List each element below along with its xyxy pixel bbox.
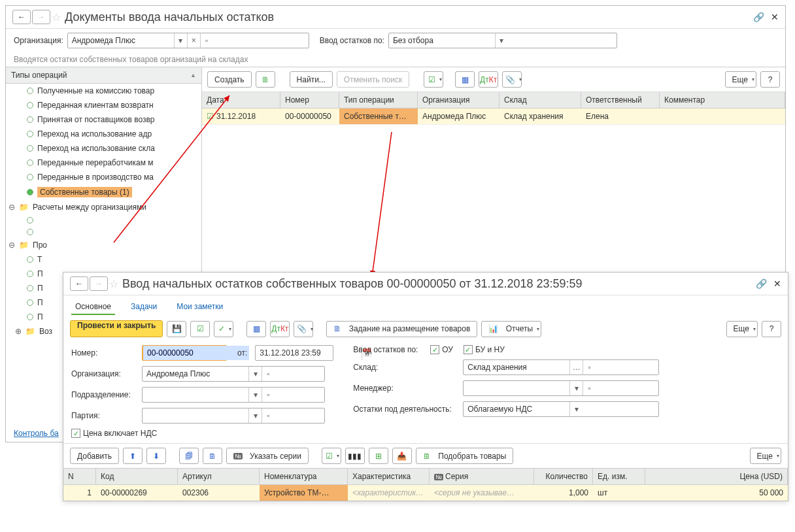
fill-button[interactable]: ☑▾ [322, 448, 341, 453]
open-icon[interactable]: ▫ [583, 381, 596, 395]
mgr-input[interactable] [464, 381, 569, 395]
create-button[interactable]: Создать [207, 71, 252, 88]
save-button[interactable]: 💾 [167, 321, 186, 337]
toolbar: Создать 🗎 Найти... Отменить поиск ☑▾ ▦ Д… [202, 67, 785, 92]
task-button[interactable]: 🗎 Задание на размещение товаров [326, 321, 477, 337]
wh-input[interactable] [464, 360, 569, 374]
org-input[interactable] [68, 33, 174, 48]
date-field[interactable]: 📅 [255, 345, 333, 361]
filter-bar: Организация: ▾ × ▫ Ввод остатков по: ▾ [6, 29, 785, 52]
filter-input[interactable] [389, 33, 495, 48]
post-button[interactable]: ☑ [190, 321, 210, 337]
tab-notes[interactable]: Мои заметки [173, 299, 227, 315]
more-button[interactable]: Еще▾ [726, 321, 758, 337]
party-label: Партия: [71, 411, 137, 420]
dropdown-icon[interactable]: ▾ [248, 408, 262, 423]
folder-icon: 📁 [25, 327, 35, 336]
nav-back-button[interactable]: ← [70, 276, 88, 291]
link-icon[interactable]: 🔗 [753, 12, 764, 22]
folder-icon: 📁 [19, 203, 29, 212]
cancel-search-button[interactable]: Отменить поиск [337, 71, 409, 88]
select-icon[interactable]: … [569, 360, 583, 374]
barcode-button[interactable]: ▮▮▮ [345, 448, 365, 453]
more-button[interactable]: Еще▾ [725, 71, 756, 88]
move-down-button[interactable]: ⬇ [146, 448, 166, 453]
dept-field[interactable]: ▾▫ [142, 387, 325, 403]
detail-title: Ввод начальных остатков собственных това… [122, 277, 583, 291]
from-label: от: [237, 348, 247, 357]
detail-titlebar: ← → ☆ Ввод начальных остатков собственны… [63, 273, 788, 295]
folder-icon: 📁 [19, 241, 29, 250]
dropdown-icon[interactable]: ▾ [569, 402, 583, 416]
org-open-icon[interactable]: ▫ [200, 33, 213, 48]
org-field[interactable]: ▾▫ [142, 366, 325, 382]
tree-sort-icon[interactable]: ▲ [190, 72, 196, 78]
tabs: Основное Задачи Мои заметки [63, 295, 788, 315]
filter-field[interactable]: ▾ [388, 33, 617, 48]
dropdown-icon[interactable]: ▾ [569, 381, 583, 395]
series-button[interactable]: № Указать серии [226, 448, 309, 453]
table-row[interactable]: ☑31.12.2018 00-00000050 Собственные т… А… [202, 108, 785, 125]
control-link[interactable]: Контроль ба [6, 425, 67, 442]
find-button[interactable]: Найти... [290, 71, 333, 88]
org-field[interactable]: ▾ × ▫ [67, 33, 309, 48]
number-field[interactable] [142, 345, 227, 361]
form-button[interactable]: ▦ [455, 71, 475, 88]
approve-button[interactable]: ✓▾ [214, 321, 233, 337]
org-dropdown-icon[interactable]: ▾ [174, 33, 187, 48]
dept-input[interactable] [143, 388, 248, 402]
expand-button[interactable]: ⊞ [369, 448, 388, 453]
vat-checkbox[interactable]: ✓Цена включает НДС [71, 429, 157, 438]
org-label: Организация: [14, 36, 63, 45]
copy-button[interactable]: 🗎 [256, 71, 275, 88]
help-button[interactable]: ? [762, 321, 781, 337]
wh-field[interactable]: …▫ [463, 359, 659, 375]
favorite-icon[interactable]: ☆ [52, 11, 61, 24]
org-input[interactable] [143, 367, 248, 381]
act-field[interactable]: ▾ [463, 401, 659, 417]
import-button[interactable]: 📥 [392, 448, 412, 453]
post-button[interactable]: ☑▾ [424, 71, 443, 88]
dtk-button[interactable]: ДтКт [270, 321, 290, 337]
favorite-icon[interactable]: ☆ [109, 278, 118, 290]
nav-fwd-button[interactable]: → [32, 10, 50, 24]
link-icon[interactable]: 🔗 [756, 278, 767, 289]
date-input[interactable] [256, 346, 362, 360]
nav-fwd-button[interactable]: → [90, 276, 108, 291]
org-label: Организация: [71, 369, 137, 378]
open-icon[interactable]: ▫ [262, 367, 275, 381]
tab-main[interactable]: Основное [71, 299, 115, 315]
mgr-field[interactable]: ▾▫ [463, 380, 659, 396]
add-button[interactable]: Добавить [70, 448, 119, 453]
dtk-button[interactable]: ДтКт [479, 71, 498, 88]
pick-button[interactable]: 🗎 Подобрать товары [416, 448, 513, 453]
act-input[interactable] [464, 402, 569, 416]
form-button[interactable]: ▦ [246, 321, 266, 337]
open-icon[interactable]: ▫ [262, 388, 275, 402]
help-button[interactable]: ? [760, 71, 780, 88]
reports-button[interactable]: 📊 Отчеты▾ [481, 321, 541, 337]
party-field[interactable]: ▾▫ [142, 408, 325, 424]
move-up-button[interactable]: ⬆ [123, 448, 143, 453]
number-input[interactable] [143, 346, 249, 360]
nav-back-button[interactable]: ← [12, 10, 31, 24]
copy-button[interactable]: 🗐 [179, 448, 199, 453]
filter-dropdown-icon[interactable]: ▾ [495, 33, 508, 48]
dropdown-icon[interactable]: ▾ [248, 367, 262, 381]
attach-button[interactable]: 📎▾ [502, 71, 522, 88]
party-input[interactable] [143, 408, 248, 423]
ou-checkbox[interactable]: ✓ОУ [430, 345, 453, 354]
tree-header: Типы операций [11, 71, 67, 80]
open-icon[interactable]: ▫ [262, 408, 275, 423]
dropdown-icon[interactable]: ▾ [248, 388, 262, 402]
post-close-button[interactable]: Провести и закрыть [70, 320, 163, 337]
more-button-2[interactable]: Еще▾ [750, 448, 781, 453]
open-icon[interactable]: ▫ [583, 360, 596, 374]
bu-checkbox[interactable]: ✓БУ и НУ [464, 345, 505, 354]
org-clear-icon[interactable]: × [187, 33, 200, 48]
paste-button[interactable]: 🗎 [203, 448, 222, 453]
close-icon[interactable]: ✕ [773, 278, 781, 289]
attach-button[interactable]: 📎▾ [294, 321, 313, 337]
close-icon[interactable]: ✕ [771, 12, 779, 22]
tab-tasks[interactable]: Задачи [127, 299, 161, 315]
